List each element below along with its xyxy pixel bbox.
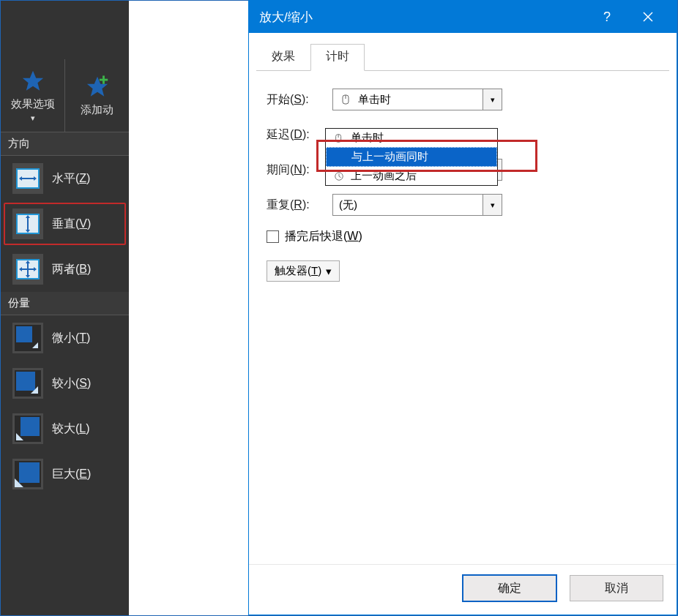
svg-line-42	[339, 176, 341, 178]
rewind-label: 播完后快退(W)	[285, 229, 362, 244]
amount-smaller[interactable]: 较小(S)	[4, 362, 126, 405]
checkbox-icon[interactable]	[267, 230, 279, 243]
tiny-icon	[12, 323, 43, 353]
dd-on-click-label: 单击时	[351, 131, 384, 145]
start-dropdown-list: 单击时 与上一动画同时 上一动画之后	[325, 128, 498, 186]
vertical-icon	[12, 209, 43, 239]
add-animation-label: 添加动	[81, 102, 113, 117]
effects-sidebar: 效果选项 ▾ 添加动 方向 水平(Z)	[1, 1, 129, 615]
repeat-label: 重复(R):	[267, 198, 332, 213]
repeat-value: (无)	[339, 198, 496, 212]
help-button[interactable]: ?	[589, 1, 625, 33]
horizontal-icon	[12, 163, 43, 194]
amount-larger[interactable]: 较大(L)	[4, 407, 126, 450]
tab-strip: 效果 计时	[256, 43, 669, 71]
chevron-down-icon[interactable]: ▾	[483, 195, 502, 215]
ok-button[interactable]: 确定	[463, 575, 556, 601]
smaller-icon	[12, 368, 43, 399]
trigger-button[interactable]: 触发器(T) ▾	[267, 260, 340, 282]
dd-after-previous-label: 上一动画之后	[351, 169, 417, 183]
amount-tiny-label: 微小(T)	[52, 331, 90, 346]
row-start: 开始(S): 单击时 ▾	[267, 89, 659, 110]
close-button[interactable]	[630, 1, 666, 33]
svg-marker-0	[22, 71, 42, 91]
effect-options-label: 效果选项	[11, 97, 55, 111]
dialog-title: 放大/缩小	[259, 9, 589, 26]
row-repeat: 重复(R): (无) ▾	[267, 194, 659, 216]
tab-effect[interactable]: 效果	[256, 44, 310, 71]
huge-icon	[12, 459, 43, 489]
delay-label: 延迟(D):	[267, 127, 332, 143]
sidebar-toolbar: 效果选项 ▾ 添加动	[1, 59, 129, 132]
mouse-click-icon	[332, 133, 346, 143]
mouse-click-icon	[339, 94, 354, 105]
amount-larger-label: 较大(L)	[52, 421, 90, 437]
rewind-checkbox-row[interactable]: 播完后快退(W)	[267, 229, 659, 244]
cancel-button[interactable]: 取消	[570, 575, 663, 601]
start-combo[interactable]: 单击时 ▾	[332, 89, 502, 110]
both-icon	[12, 254, 43, 285]
svg-rect-23	[16, 326, 32, 342]
star-plus-icon	[85, 75, 110, 99]
direction-vertical[interactable]: 垂直(V)	[4, 203, 126, 245]
chevron-down-icon: ▾	[326, 265, 332, 278]
direction-both-label: 两者(B)	[52, 262, 91, 277]
dd-on-click[interactable]: 单击时	[326, 129, 497, 147]
section-direction-header: 方向	[1, 132, 129, 156]
add-animation-button[interactable]: 添加动	[65, 59, 129, 132]
effect-options-button[interactable]: 效果选项 ▾	[1, 59, 65, 132]
amount-huge[interactable]: 巨大(E)	[4, 453, 126, 495]
amount-tiny[interactable]: 微小(T)	[4, 317, 126, 359]
repeat-combo[interactable]: (无) ▾	[332, 194, 502, 216]
duration-label: 期间(N):	[267, 162, 332, 178]
dd-with-previous-label: 与上一动画同时	[351, 150, 428, 164]
svg-rect-29	[21, 417, 40, 436]
clock-icon	[332, 171, 346, 181]
dialog-body: 效果 计时 开始(S): 单击时 ▾ 延迟(D): 期间(N):	[249, 33, 677, 564]
zoom-dialog: 放大/缩小 ? 效果 计时 开始(S): 单击时 ▾ 延迟(D	[248, 0, 677, 615]
direction-both[interactable]: 两者(B)	[4, 248, 126, 290]
amount-smaller-label: 较小(S)	[52, 376, 91, 391]
start-value: 单击时	[358, 93, 496, 107]
svg-rect-3	[99, 78, 107, 80]
chevron-down-icon: ▾	[31, 114, 35, 122]
dd-with-previous[interactable]: 与上一动画同时	[326, 147, 497, 167]
tab-timing[interactable]: 计时	[310, 44, 365, 71]
dialog-button-bar: 确定 取消	[249, 564, 677, 615]
amount-huge-label: 巨大(E)	[52, 467, 91, 482]
chevron-down-icon[interactable]: ▾	[483, 89, 502, 110]
close-icon	[642, 11, 654, 23]
sidebar-spacer	[1, 1, 129, 59]
direction-horizontal[interactable]: 水平(Z)	[4, 157, 126, 200]
section-amount-header: 份量	[1, 292, 129, 315]
star-icon	[21, 69, 45, 94]
dd-after-previous[interactable]: 上一动画之后	[326, 167, 497, 185]
svg-rect-32	[19, 462, 40, 483]
direction-horizontal-label: 水平(Z)	[52, 171, 90, 187]
svg-rect-26	[16, 372, 35, 391]
start-label: 开始(S):	[267, 92, 332, 108]
larger-icon	[12, 413, 43, 444]
direction-vertical-label: 垂直(V)	[52, 217, 91, 232]
dialog-titlebar[interactable]: 放大/缩小 ?	[249, 1, 677, 33]
trigger-label: 触发器(T)	[275, 264, 321, 278]
